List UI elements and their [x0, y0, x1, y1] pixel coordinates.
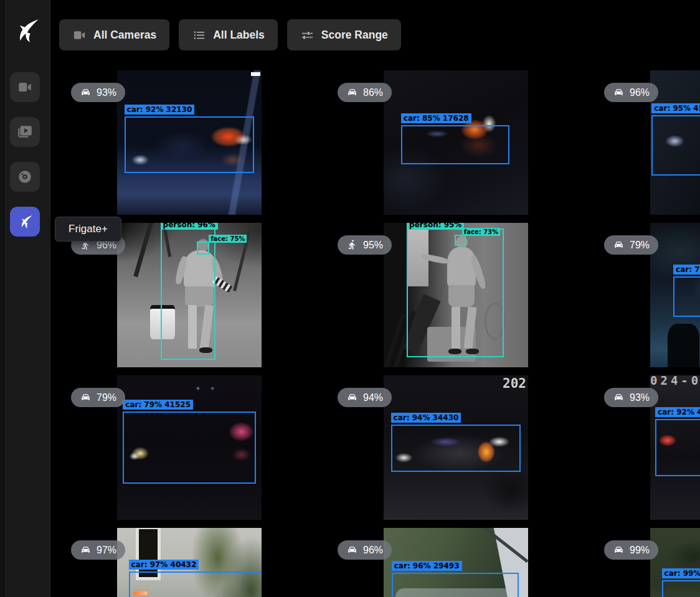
bbox-label: car: 96% 29493: [392, 561, 462, 571]
detection-thumbnail[interactable]: car: 92% 32130: [117, 70, 262, 215]
export-disc-icon: [17, 169, 33, 185]
bounding-box: car: 92% 32130: [125, 116, 255, 172]
car-icon: [613, 239, 625, 251]
badge-score: 94%: [363, 392, 383, 403]
sidebar-item-live[interactable]: [10, 72, 40, 102]
detection-item[interactable]: 79% car: 79%: [590, 223, 700, 367]
bounding-box: car: 85% 17628: [401, 125, 509, 164]
detection-item[interactable]: 86% car: 85% 17628: [324, 70, 588, 215]
silhouette: [668, 324, 699, 367]
bbox-label: car: 79% 41525: [123, 400, 193, 410]
camera-icon: [72, 28, 87, 42]
badge-score: 93%: [630, 392, 650, 403]
badge-score: 79%: [630, 240, 650, 251]
sidebar-item-frigate-plus[interactable]: [10, 207, 40, 237]
bbox-label: car: 94% 34430: [391, 413, 461, 423]
score-badge: 96%: [338, 540, 392, 560]
detection-thumbnail[interactable]: car: 99% 25: [650, 528, 700, 597]
sidebar-item-review[interactable]: [10, 117, 40, 147]
detection-item[interactable]: 95%: [324, 223, 588, 367]
detection-thumbnail[interactable]: car: 96% 29493: [384, 528, 528, 597]
detection-thumbnail[interactable]: car: 97% 40432: [117, 528, 262, 597]
face-label: face: 73%: [462, 228, 500, 236]
sliders-icon: [300, 28, 315, 42]
review-play-icon: [17, 124, 33, 140]
bbox-label: person: 95%: [407, 223, 464, 230]
car-icon: [613, 544, 625, 556]
filter-toolbar: All Cameras All Labels Score Range: [59, 19, 401, 50]
score-badge: 79%: [71, 388, 125, 407]
score-badge: 96%: [604, 83, 658, 102]
bounding-box: car: 79% 41525: [123, 411, 255, 484]
badge-score: 99%: [630, 545, 650, 556]
detection-item[interactable]: 79% car: 79% 41525: [57, 375, 321, 520]
car-icon: [613, 87, 625, 98]
detection-item[interactable]: 96% car: 95% 45260: [590, 70, 700, 215]
badge-score: 79%: [97, 392, 116, 403]
bbox-label: car: 97% 40432: [129, 560, 199, 570]
detection-thumbnail[interactable]: car: 79% 41525: [117, 375, 262, 520]
bounding-box: car: 96% 29493: [392, 573, 519, 597]
detection-item[interactable]: 93% car: 92% 32130: [57, 70, 321, 215]
car-icon: [80, 392, 92, 403]
car-icon: [346, 544, 358, 556]
detection-thumbnail[interactable]: car: 85% 17628: [384, 70, 528, 215]
score-badge: 94%: [338, 388, 392, 407]
video-camera-icon: [17, 79, 33, 95]
bounding-box: car: 92% 4218: [655, 419, 700, 477]
car-icon: [346, 87, 358, 98]
face-label: face: 75%: [209, 235, 247, 243]
detection-item[interactable]: 99% car: 99% 25: [590, 528, 700, 597]
detection-thumbnail[interactable]: person: 96% face: 75%: [117, 223, 262, 367]
bounding-box: car: 97% 40432: [129, 571, 262, 597]
filter-label: All Cameras: [93, 29, 156, 42]
detection-item[interactable]: 94% 202 car: 94% 34430: [324, 375, 588, 520]
bbox-label: car: 99% 25: [662, 568, 700, 578]
badge-score: 96%: [630, 87, 650, 98]
frigate-plus-bird-icon: [17, 214, 33, 230]
score-badge: 93%: [71, 83, 125, 102]
car-icon: [80, 544, 92, 556]
sidebar-item-export[interactable]: [10, 162, 40, 192]
all-labels-filter-button[interactable]: All Labels: [179, 19, 278, 50]
bounding-box: car: 95% 45260: [651, 115, 700, 176]
car-icon: [346, 392, 358, 403]
detection-thumbnail[interactable]: 202 car: 94% 34430: [384, 375, 528, 520]
face-bounding-box: face: 73%: [455, 235, 466, 247]
badge-score: 95%: [363, 240, 383, 251]
detection-item[interactable]: 96% car: 96% 29493: [324, 528, 588, 597]
person-icon: [346, 239, 358, 251]
score-badge: 79%: [604, 235, 658, 255]
bbox-label: car: 92% 32130: [125, 105, 195, 115]
car-icon: [613, 392, 625, 403]
bounding-box: car: 99% 25: [662, 580, 700, 597]
bounding-box: car: 79%: [673, 276, 700, 317]
sidebar: [0, 0, 50, 597]
sidebar-edge: [0, 0, 5, 597]
badge-score: 86%: [363, 87, 383, 98]
camera-timestamp: 202: [503, 376, 526, 391]
badge-score: 97%: [97, 545, 116, 556]
osd-fragment: [251, 72, 260, 76]
all-cameras-filter-button[interactable]: All Cameras: [59, 19, 169, 50]
detection-item[interactable]: 97% car: 97% 40432: [57, 528, 321, 597]
face-bounding-box: face: 75%: [197, 242, 210, 255]
bbox-label: car: 85% 17628: [401, 113, 471, 123]
detection-item[interactable]: 93% 024-05 0 car: 92% 4218: [590, 375, 700, 520]
badge-score: 96%: [363, 545, 383, 556]
bbox-label: car: 95% 45260: [651, 103, 700, 113]
frigate-bird-logo-icon: [11, 16, 40, 45]
bounding-box: person: 95%: [407, 228, 503, 357]
list-icon: [192, 28, 206, 42]
detection-thumbnail[interactable]: person: 95% face: 73%: [384, 223, 528, 367]
car-icon: [80, 87, 92, 98]
badge-score: 93%: [97, 87, 116, 98]
score-badge: 97%: [71, 540, 125, 560]
detection-item[interactable]: 96% person: 96% face:: [57, 223, 321, 367]
score-range-filter-button[interactable]: Score Range: [287, 19, 401, 50]
frigate-plus-tooltip: Frigate+: [55, 217, 121, 242]
detections-grid: 93% car: 92% 32130 86% car: 85% 17628 96…: [57, 70, 700, 597]
bbox-label: person: 96%: [161, 223, 218, 230]
filter-label: All Labels: [213, 29, 265, 42]
bounding-box: car: 94% 34430: [391, 425, 521, 472]
